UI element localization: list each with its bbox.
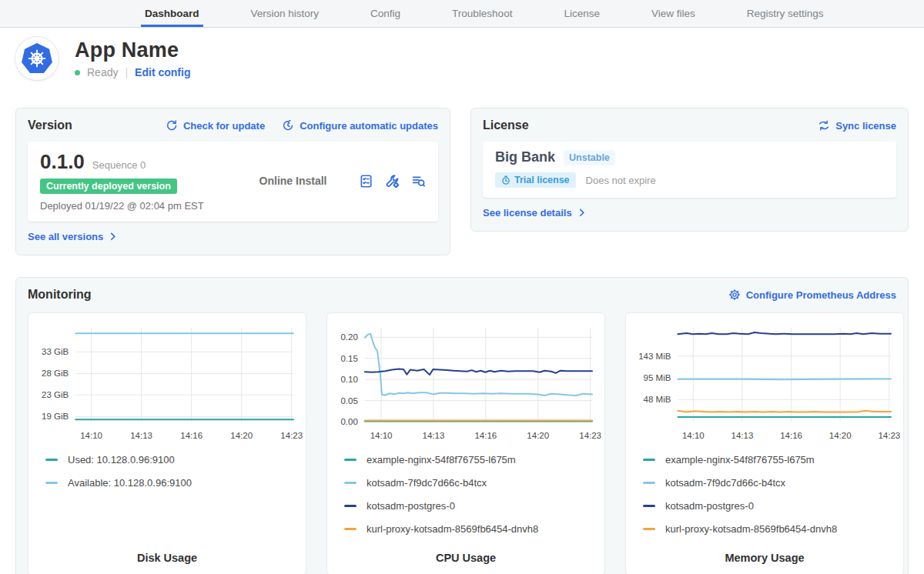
edit-config-link[interactable]: Edit config bbox=[135, 66, 190, 78]
legend-color-dash bbox=[643, 459, 655, 461]
legend-label: kotsadm-postgres-0 bbox=[665, 500, 754, 512]
legend-item: kurl-proxy-kotsadm-8569fb6454-dnvh8 bbox=[344, 523, 588, 535]
chart-legend: example-nginx-54f8f76755-l675mkotsadm-7f… bbox=[626, 452, 903, 546]
tab-license[interactable]: License bbox=[560, 0, 604, 27]
svg-text:33 GiB: 33 GiB bbox=[42, 347, 69, 356]
chart-card-memory-usage: 143 MiB95 MiB48 MiB14:1014:1314:1614:201… bbox=[625, 312, 904, 574]
divider: | bbox=[125, 66, 128, 78]
svg-text:143 MiB: 143 MiB bbox=[638, 352, 671, 361]
license-card: License Sync license Big Bank Unstable T… bbox=[470, 108, 909, 232]
svg-text:14:23: 14:23 bbox=[280, 431, 303, 440]
legend-label: kotsadm-postgres-0 bbox=[367, 500, 455, 512]
tab-registry-settings[interactable]: Registry settings bbox=[743, 0, 828, 27]
svg-text:14:13: 14:13 bbox=[130, 431, 152, 440]
refresh-icon bbox=[166, 119, 178, 132]
legend-item: Used: 10.128.0.96:9100 bbox=[45, 454, 289, 466]
svg-text:14:23: 14:23 bbox=[579, 431, 601, 440]
svg-text:14:16: 14:16 bbox=[474, 431, 497, 440]
chart-plot: 143 MiB95 MiB48 MiB14:1014:1314:1614:201… bbox=[626, 323, 905, 446]
legend-color-dash bbox=[643, 482, 655, 484]
legend-item: kotsadm-7f9dc7d66c-b4tcx bbox=[643, 477, 886, 489]
tab-view-files[interactable]: View files bbox=[648, 0, 699, 27]
monitoring-card: Monitoring Configure Prometheus Address … bbox=[15, 277, 909, 574]
sync-icon bbox=[818, 119, 830, 132]
check-for-update-button[interactable]: Check for update bbox=[166, 119, 265, 132]
version-card-title: Version bbox=[28, 118, 72, 132]
license-card-title: License bbox=[483, 118, 529, 132]
svg-text:14:10: 14:10 bbox=[682, 431, 705, 440]
license-expiry: Does not expire bbox=[586, 175, 656, 186]
deployed-timestamp: Deployed 01/19/22 @ 02:04 pm EST bbox=[40, 200, 227, 212]
app-logo bbox=[15, 37, 59, 80]
version-card: Version Check for update Configure autom… bbox=[15, 108, 450, 255]
version-sequence: Sequence 0 bbox=[92, 159, 146, 171]
schedule-icon bbox=[282, 119, 294, 132]
svg-text:28 GiB: 28 GiB bbox=[42, 369, 69, 378]
main-content: App Name Ready | Edit config Version Che… bbox=[0, 37, 924, 574]
deployed-badge: Currently deployed version bbox=[40, 179, 177, 194]
svg-text:0.15: 0.15 bbox=[340, 354, 357, 363]
svg-text:14:10: 14:10 bbox=[370, 431, 393, 440]
see-all-versions-link[interactable]: See all versions bbox=[28, 231, 117, 242]
svg-text:14:23: 14:23 bbox=[878, 431, 900, 440]
trial-license-badge: Trial license bbox=[495, 172, 576, 188]
chart-plot: 0.200.150.100.050.0014:1014:1314:1614:20… bbox=[327, 323, 606, 446]
legend-label: kotsadm-7f9dc7d66c-b4tcx bbox=[665, 477, 785, 489]
chart-card-cpu-usage: 0.200.150.100.050.0014:1014:1314:1614:20… bbox=[326, 312, 605, 574]
chart-plot: 33 GiB28 GiB23 GiB19 GiB14:1014:1314:161… bbox=[28, 323, 307, 446]
legend-color-dash bbox=[344, 459, 357, 461]
svg-text:0.05: 0.05 bbox=[340, 396, 357, 405]
see-license-details-link[interactable]: See license details bbox=[483, 207, 586, 219]
legend-item: kotsadm-postgres-0 bbox=[643, 500, 886, 512]
svg-text:23 GiB: 23 GiB bbox=[42, 390, 69, 399]
svg-text:14:20: 14:20 bbox=[527, 431, 549, 440]
legend-label: kurl-proxy-kotsadm-8569fb6454-dnvh8 bbox=[665, 523, 837, 535]
svg-text:14:10: 14:10 bbox=[80, 431, 102, 440]
channel-badge: Unstable bbox=[564, 150, 615, 165]
legend-color-dash bbox=[643, 528, 655, 530]
legend-label: example-nginx-54f8f76755-l675m bbox=[367, 454, 516, 466]
sync-license-button[interactable]: Sync license bbox=[818, 119, 896, 132]
chart-title: Memory Usage bbox=[626, 552, 903, 564]
chart-legend: Used: 10.128.0.96:9100Available: 10.128.… bbox=[28, 452, 306, 500]
svg-text:14:16: 14:16 bbox=[180, 431, 203, 440]
legend-label: example-nginx-54f8f76755-l675m bbox=[665, 454, 815, 466]
legend-label: kotsadm-7f9dc7d66c-b4tcx bbox=[367, 477, 487, 489]
charts-row: 33 GiB28 GiB23 GiB19 GiB14:1014:1314:161… bbox=[28, 312, 896, 574]
configure-prometheus-button[interactable]: Configure Prometheus Address bbox=[728, 289, 896, 301]
legend-color-dash bbox=[344, 505, 357, 507]
svg-text:0.10: 0.10 bbox=[340, 375, 357, 384]
page-title: App Name bbox=[75, 38, 190, 62]
svg-text:14:16: 14:16 bbox=[780, 431, 802, 440]
legend-item: Available: 10.128.0.96:9100 bbox=[45, 477, 289, 489]
legend-label: kurl-proxy-kotsadm-8569fb6454-dnvh8 bbox=[367, 523, 538, 535]
gear-icon bbox=[728, 289, 741, 301]
tab-troubleshoot[interactable]: Troubleshoot bbox=[448, 0, 516, 27]
legend-color-dash bbox=[344, 528, 357, 530]
top-nav: DashboardVersion historyConfigTroublesho… bbox=[0, 0, 924, 28]
tab-dashboard[interactable]: Dashboard bbox=[141, 0, 203, 27]
svg-text:95 MiB: 95 MiB bbox=[644, 373, 671, 382]
tab-config[interactable]: Config bbox=[367, 0, 404, 27]
legend-item: example-nginx-54f8f76755-l675m bbox=[643, 454, 886, 466]
app-header: App Name Ready | Edit config bbox=[15, 37, 909, 80]
tab-version-history[interactable]: Version history bbox=[247, 0, 323, 27]
configure-automatic-updates-button[interactable]: Configure automatic updates bbox=[282, 119, 438, 132]
chart-card-disk-usage: 33 GiB28 GiB23 GiB19 GiB14:1014:1314:161… bbox=[28, 312, 306, 574]
legend-item: kotsadm-postgres-0 bbox=[344, 500, 588, 512]
legend-color-dash bbox=[45, 482, 58, 484]
view-logs-icon[interactable] bbox=[411, 174, 426, 189]
preflight-checklist-icon[interactable] bbox=[359, 174, 373, 189]
status-text: Ready bbox=[87, 66, 118, 78]
chart-title: CPU Usage bbox=[327, 552, 604, 564]
svg-text:19 GiB: 19 GiB bbox=[42, 412, 69, 421]
monitoring-title: Monitoring bbox=[28, 288, 92, 302]
legend-item: kurl-proxy-kotsadm-8569fb6454-dnvh8 bbox=[643, 523, 886, 535]
install-type: Online Install bbox=[227, 175, 359, 187]
legend-color-dash bbox=[344, 482, 357, 484]
svg-text:48 MiB: 48 MiB bbox=[644, 395, 671, 404]
cards-row: Version Check for update Configure autom… bbox=[15, 108, 909, 255]
svg-text:14:13: 14:13 bbox=[732, 431, 754, 440]
legend-item: kotsadm-7f9dc7d66c-b4tcx bbox=[344, 477, 588, 489]
config-wrench-icon[interactable] bbox=[385, 174, 400, 189]
